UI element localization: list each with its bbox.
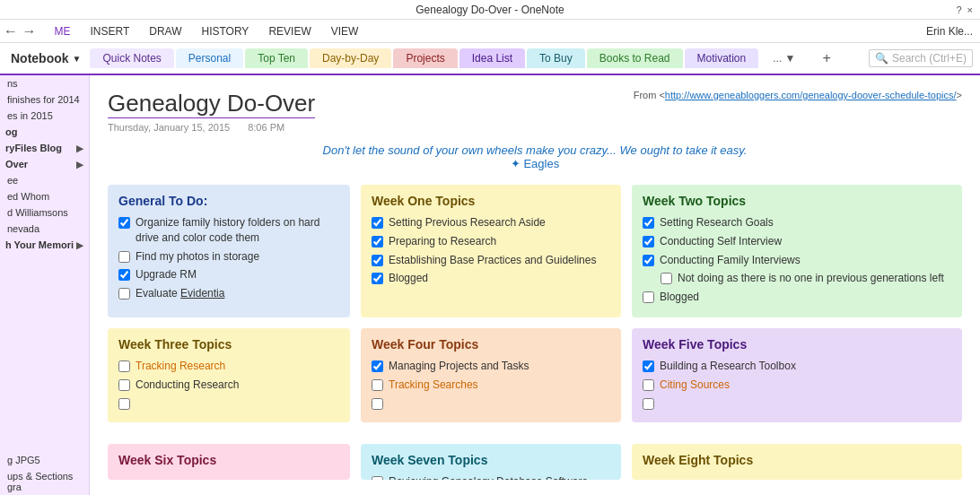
sidebar-section-og[interactable]: og [0, 124, 89, 140]
help-button[interactable]: ? [956, 4, 961, 15]
section-week-four: Week Four Topics Managing Projects and T… [361, 328, 621, 422]
checkbox[interactable] [643, 255, 654, 266]
sidebar-arrow-icon: ▶ [76, 160, 83, 169]
search-icon: 🔍 [875, 52, 888, 65]
tab-add[interactable]: + [809, 47, 843, 70]
checkbox[interactable] [643, 217, 654, 229]
title-bar: Genealogy Do-Over - OneNote ? × [0, 0, 980, 20]
quote-text: Don't let the sound of your own wheels m… [323, 143, 748, 157]
checkbox[interactable] [372, 379, 383, 391]
checkbox[interactable] [372, 255, 383, 266]
section-title-week-three: Week Three Topics [118, 337, 339, 352]
check-text: Upgrade RM [136, 267, 197, 282]
section-title-week-one: Week One Topics [372, 194, 610, 208]
sidebar-item-whom[interactable]: ed Whom [0, 188, 89, 204]
checkbox[interactable] [643, 236, 654, 248]
menu-history[interactable]: HISTORY [192, 23, 258, 39]
tab-more[interactable]: ... ▼ [760, 48, 808, 68]
sections-grid: General To Do: Organize family history f… [108, 185, 962, 328]
page-meta: Thursday, January 15, 2015 8:06 PM [108, 122, 315, 133]
content-area: Genealogy Do-Over Thursday, January 15, … [90, 75, 980, 495]
diamond-icon: ✦ [511, 157, 521, 170]
checkbox[interactable] [643, 291, 654, 303]
tab-day-by-day[interactable]: Day-by-Day [310, 48, 391, 68]
sidebar-og-label: og [5, 126, 17, 137]
checklist-item: Tracking Searches [372, 378, 610, 393]
check-text: Setting Previous Research Aside [389, 215, 546, 230]
checkbox[interactable] [372, 273, 383, 284]
page-time: 8:06 PM [248, 122, 284, 133]
sidebar-item-nevada[interactable]: nevada [0, 221, 89, 237]
checkbox[interactable] [118, 251, 130, 263]
close-button[interactable]: × [967, 4, 973, 15]
sidebar-section-memori[interactable]: h Your Memori ▶ [0, 237, 89, 253]
checklist-item [118, 396, 339, 410]
sidebar-item-jpg[interactable]: g JPG5 [0, 452, 89, 468]
sidebar-item-williamsons[interactable]: d Williamsons [0, 204, 89, 221]
checklist-item: Blogged [372, 271, 610, 286]
search-box[interactable]: 🔍 Search (Ctrl+E) [869, 49, 973, 67]
section-title-general: General To Do: [118, 194, 339, 208]
notebook-button[interactable]: Notebook ▼ [4, 48, 88, 69]
checklist-item: Upgrade RM [118, 267, 339, 282]
checklist-item: Not doing as there is no one in previous… [643, 271, 951, 286]
checkbox[interactable] [118, 360, 130, 372]
checkbox[interactable] [372, 236, 383, 248]
menu-view[interactable]: VIEW [322, 23, 368, 39]
sidebar-item-es[interactable]: es in 2015 [0, 108, 89, 124]
checkbox[interactable] [661, 273, 672, 284]
check-text: Citing Sources [660, 378, 730, 393]
sidebar-over-label: Over [5, 159, 28, 169]
menu-insert[interactable]: INSERT [81, 23, 138, 39]
back-button[interactable]: ← → [4, 23, 36, 39]
checkbox[interactable] [118, 288, 130, 300]
checklist-item: Tracking Research [118, 359, 339, 374]
section-week-seven: Week Seven Topics Reviewing Genealogy Da… [361, 444, 621, 480]
menu-draw[interactable]: DRAW [140, 23, 190, 39]
checkbox[interactable] [643, 379, 654, 391]
checklist-item: Conducting Family Interviews [643, 253, 951, 268]
checkbox[interactable] [118, 398, 130, 410]
sidebar-section-over[interactable]: Over ▶ [0, 156, 89, 172]
sidebar-item-finishes[interactable]: finishes for 2014 [0, 91, 89, 108]
tab-bar: Notebook ▼ Quick Notes Personal Top Ten … [0, 43, 980, 75]
menu-review[interactable]: REVIEW [259, 23, 319, 39]
sidebar-item-ns[interactable]: ns [0, 75, 89, 91]
source-link[interactable]: http://www.geneabloggers.com/genealogy-d… [665, 90, 957, 100]
checkbox[interactable] [372, 217, 383, 229]
checkbox[interactable] [372, 398, 383, 410]
tab-books-to-read[interactable]: Books to Read [587, 48, 683, 68]
checklist-item: Building a Research Toolbox [643, 359, 951, 374]
checklist-item: Citing Sources [643, 378, 951, 393]
tab-idea-list[interactable]: Idea List [459, 48, 525, 68]
sidebar-ryfiles-label: ryFiles Blog [5, 143, 62, 153]
sidebar-item-sections[interactable]: ups & Sections gra [0, 468, 89, 495]
checkbox[interactable] [118, 269, 130, 281]
check-text: Conducting Research [136, 378, 239, 393]
section-week-three: Week Three Topics Tracking Research Cond… [108, 328, 350, 422]
sidebar-memori-label: h Your Memori [5, 239, 74, 250]
checkbox[interactable] [643, 398, 654, 410]
checkbox[interactable] [118, 217, 130, 229]
checklist-item: Evaluate Evidentia [118, 286, 339, 301]
checkbox[interactable] [118, 379, 130, 391]
tab-projects[interactable]: Projects [393, 48, 457, 68]
tab-top-ten[interactable]: Top Ten [245, 48, 308, 68]
check-text: Managing Projects and Tasks [389, 359, 529, 374]
bottom-row-last: Week Six Topics Week Seven Topics Review… [108, 444, 962, 491]
tab-to-buy[interactable]: To Buy [527, 48, 585, 68]
checkbox[interactable] [372, 476, 383, 480]
tab-motivation[interactable]: Motivation [685, 48, 759, 68]
checkbox[interactable] [643, 360, 654, 372]
tab-quick-notes[interactable]: Quick Notes [90, 48, 173, 68]
sidebar-section-ryfiles[interactable]: ryFiles Blog ▶ [0, 140, 89, 156]
user-name: Erin Kle... [926, 25, 973, 38]
menu-me[interactable]: ME [45, 23, 79, 39]
tab-personal[interactable]: Personal [176, 48, 243, 68]
sidebar-item-ee[interactable]: ee [0, 172, 89, 188]
sidebar-arrow-icon: ▶ [76, 240, 83, 250]
checkbox[interactable] [372, 360, 383, 372]
check-text: Find my photos in storage [136, 249, 259, 265]
check-text: Setting Research Goals [660, 215, 774, 230]
page-date: Thursday, January 15, 2015 [108, 122, 230, 133]
